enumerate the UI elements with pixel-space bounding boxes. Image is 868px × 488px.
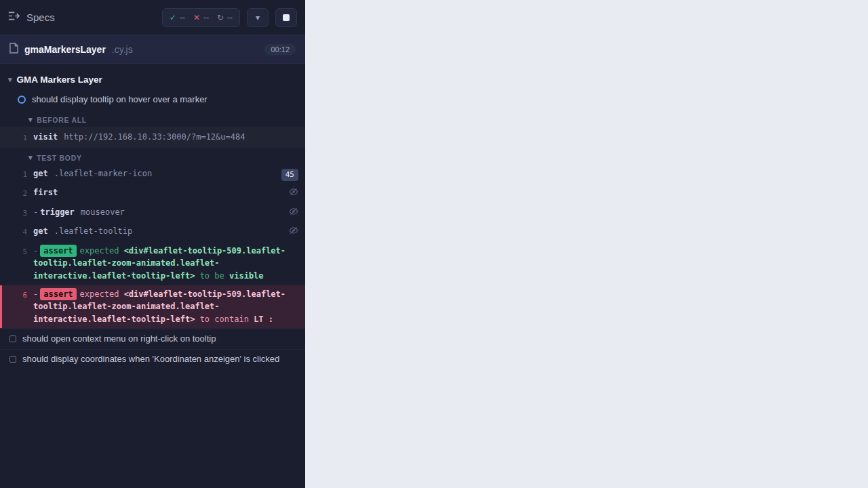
command-number: 4 bbox=[4, 225, 27, 238]
assert-expected: expected bbox=[80, 289, 124, 299]
command-count-badge: 45 bbox=[281, 169, 298, 181]
spec-header[interactable]: gmaMarkersLayer .cy.js 00:12 bbox=[0, 35, 305, 64]
section-toggle[interactable]: ▾BEFORE ALL bbox=[0, 110, 305, 127]
eye-slash-icon bbox=[289, 189, 298, 199]
command-text: get.leaflet-marker-icon bbox=[33, 167, 275, 180]
collapse-all-button[interactable]: ▾ bbox=[247, 8, 269, 27]
chevron-down-icon: ▾ bbox=[8, 75, 12, 84]
command-number: 6 bbox=[4, 288, 27, 301]
restart-icon: ↻ bbox=[217, 13, 224, 22]
command-number: 2 bbox=[4, 186, 27, 199]
test-title: should display tooltip on hover over a m… bbox=[32, 94, 208, 104]
assert-value: visible bbox=[229, 271, 264, 281]
command-number: 1 bbox=[4, 131, 27, 144]
test-title: should display coordinates when 'Koordin… bbox=[22, 354, 279, 364]
command-name: get bbox=[33, 226, 48, 236]
command-name: first bbox=[33, 188, 58, 197]
suite-row[interactable]: ▾ GMA Markers Layer bbox=[0, 69, 305, 90]
command-text: -assertexpected <div#leaflet-tooltip-509… bbox=[33, 245, 292, 283]
x-icon: ✕ bbox=[193, 13, 200, 22]
chevron-down-icon: ▾ bbox=[256, 13, 260, 22]
test-pending-icon bbox=[9, 336, 16, 342]
other-tests: should open context menu on right-click … bbox=[0, 328, 305, 369]
test-pending-icon bbox=[9, 356, 16, 363]
chevron-down-icon: ▾ bbox=[28, 153, 33, 162]
spec-extension: .cy.js bbox=[112, 44, 133, 55]
command-number: 5 bbox=[4, 245, 27, 258]
command-row[interactable]: 4get.leaflet-tooltip bbox=[0, 222, 305, 242]
assert-phrase: to contain bbox=[195, 314, 254, 324]
active-test-row[interactable]: should display tooltip on hover over a m… bbox=[0, 90, 305, 110]
command-name: visit bbox=[33, 132, 58, 142]
command-name: get bbox=[33, 169, 48, 178]
spec-name: gmaMarkersLayer bbox=[24, 44, 106, 55]
command-message: .leaflet-tooltip bbox=[54, 226, 133, 236]
test-item[interactable]: should open context menu on right-click … bbox=[0, 329, 305, 349]
section-label: BEFORE ALL bbox=[37, 116, 87, 124]
command-name: trigger bbox=[40, 207, 75, 217]
section-label: TEST BODY bbox=[37, 154, 81, 162]
command-message: mouseover bbox=[81, 207, 125, 217]
eye-slash-icon bbox=[289, 209, 298, 218]
command-log: ▾ GMA Markers Layer should display toolt… bbox=[0, 64, 305, 488]
command-text: -triggermouseover bbox=[33, 206, 283, 219]
reporter-header: Specs ✓ -- ✕ -- ↻ -- ▾ bbox=[0, 0, 305, 35]
test-running-icon bbox=[18, 96, 26, 104]
command-row[interactable]: 1get.leaflet-marker-icon45 bbox=[0, 165, 305, 184]
command-message: .leaflet-marker-icon bbox=[54, 169, 153, 178]
command-text: get.leaflet-tooltip bbox=[33, 225, 283, 238]
stop-button[interactable] bbox=[275, 8, 297, 27]
stat-failed: ✕ -- bbox=[193, 13, 209, 22]
eye-slash-icon bbox=[289, 228, 298, 237]
command-text: first bbox=[33, 186, 283, 199]
test-stats: ✓ -- ✕ -- ↻ -- bbox=[162, 8, 240, 27]
cypress-reporter: Specs ✓ -- ✕ -- ↻ -- ▾ bbox=[0, 0, 305, 488]
command-text: visithttp://192.168.10.33:3000/?m=12&u=4… bbox=[33, 131, 292, 144]
stat-pending: ↻ -- bbox=[217, 13, 233, 22]
check-icon: ✓ bbox=[170, 13, 176, 22]
assert-pill: assert bbox=[40, 288, 76, 301]
command-number: 3 bbox=[4, 206, 27, 219]
spec-file-icon bbox=[9, 43, 18, 56]
command-row[interactable]: 5-assertexpected <div#leaflet-tooltip-50… bbox=[0, 242, 305, 285]
suite-title: GMA Markers Layer bbox=[17, 75, 102, 85]
command-row[interactable]: 1visithttp://192.168.10.33:3000/?m=12&u=… bbox=[0, 127, 305, 148]
specs-label[interactable]: Specs bbox=[26, 12, 55, 23]
command-row[interactable]: 6-assertexpected <div#leaflet-tooltip-50… bbox=[0, 285, 305, 329]
assert-pill: assert bbox=[40, 245, 76, 258]
command-row[interactable]: 2first bbox=[0, 184, 305, 203]
stop-icon bbox=[283, 14, 290, 21]
section-toggle[interactable]: ▾TEST BODY bbox=[0, 148, 305, 165]
test-item[interactable]: should display coordinates when 'Koordin… bbox=[0, 349, 305, 369]
command-number: 1 bbox=[4, 167, 27, 180]
assert-value: LT : bbox=[254, 314, 273, 324]
spec-duration: 00:12 bbox=[264, 44, 296, 55]
command-message: http://192.168.10.33:3000/?m=12&u=484 bbox=[64, 132, 245, 142]
specs-menu-icon[interactable] bbox=[8, 11, 20, 24]
command-sections: ▾BEFORE ALL1visithttp://192.168.10.33:30… bbox=[0, 110, 305, 328]
stat-passed: ✓ -- bbox=[170, 13, 185, 22]
chevron-down-icon: ▾ bbox=[28, 115, 33, 124]
command-text: -assertexpected <div#leaflet-tooltip-509… bbox=[33, 288, 292, 326]
assert-phrase: to be bbox=[195, 271, 229, 281]
test-title: should open context menu on right-click … bbox=[22, 333, 216, 344]
command-row[interactable]: 3-triggermouseover bbox=[0, 203, 305, 223]
assert-expected: expected bbox=[80, 246, 124, 256]
